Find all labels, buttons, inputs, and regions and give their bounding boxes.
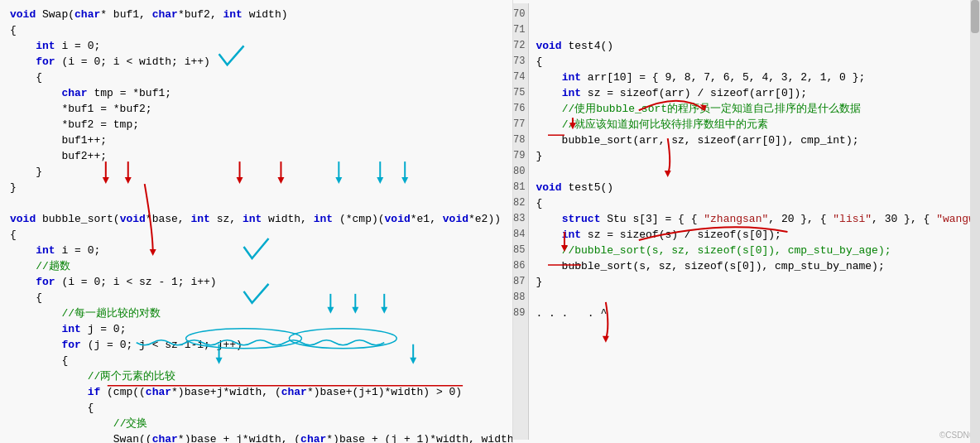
code-line: {: [10, 400, 502, 416]
code-line: bubble_sort(arr, sz, sizeof(arr[0]), cmp…: [536, 132, 980, 148]
code-line: {: [10, 353, 502, 368]
code-line: for (i = 0; i < sz - 1; i++): [10, 274, 502, 290]
code-line: }: [10, 180, 502, 195]
code-line: {: [10, 70, 502, 85]
line-num: 74: [513, 70, 528, 85]
line-num: 71: [513, 22, 528, 38]
code-line: int sz = sizeof(arr) / sizeof(arr[0]);: [536, 85, 980, 101]
line-num: 79: [513, 148, 528, 164]
code-line: }: [536, 148, 980, 164]
code-line: }: [10, 164, 502, 180]
line-num: 88: [513, 290, 528, 306]
line-num: 70: [513, 7, 528, 22]
code-line: //趟数: [10, 258, 502, 274]
right-lines-container: 70 71 72 73 74 75 76 77 78 79 80 81 82 8…: [513, 3, 980, 440]
right-code-content: void test4() { int arr[10] = { 9, 8, 7, …: [529, 3, 980, 440]
code-line: {: [536, 195, 980, 211]
line-num: 81: [513, 180, 528, 195]
line-num: 83: [513, 211, 528, 227]
line-num: 73: [513, 54, 528, 70]
left-panel: void Swap(char* buf1, char*buf2, int wid…: [0, 0, 513, 443]
code-line: buf2++;: [10, 148, 502, 164]
code-line: [536, 22, 980, 38]
code-line: . . . . ^: [536, 306, 980, 321]
line-num: 82: [513, 195, 528, 211]
right-panel: 70 71 72 73 74 75 76 77 78 79 80 81 82 8…: [513, 0, 980, 443]
code-line: int i = 0;: [10, 38, 502, 54]
line-numbers: 70 71 72 73 74 75 76 77 78 79 80 81 82 8…: [513, 3, 529, 440]
code-line: [536, 164, 980, 180]
code-line: [536, 7, 980, 22]
code-line: [10, 195, 502, 211]
code-line: {: [10, 227, 502, 243]
code-line: //每一趟比较的对数: [10, 306, 502, 321]
code-line: char tmp = *buf1;: [10, 85, 502, 101]
code-line: [536, 290, 980, 306]
line-num: 77: [513, 117, 528, 132]
left-code: void Swap(char* buf1, char*buf2, int wid…: [10, 7, 502, 443]
code-line: int j = 0;: [10, 321, 502, 337]
line-num: 72: [513, 38, 528, 54]
code-line: Swan((char*)base + j*width, (char*)base …: [10, 431, 502, 443]
line-num: 87: [513, 274, 528, 290]
code-line: //使用bubble_sort的程序员一定知道自己排序的是什么数据: [536, 101, 980, 117]
code-line: buf1++;: [10, 132, 502, 148]
scrollbar-thumb[interactable]: [971, 0, 979, 33]
line-num: 78: [513, 132, 528, 148]
code-line: //交换: [10, 416, 502, 431]
main-container: void Swap(char* buf1, char*buf2, int wid…: [0, 0, 980, 443]
code-line: bubble_sort(s, sz, sizeof(s[0]), cmp_stu…: [536, 258, 980, 274]
code-line: for (j = 0; j < sz-1-i; j++): [10, 337, 502, 353]
code-line: void test4(): [536, 38, 980, 54]
line-num: 80: [513, 164, 528, 180]
code-line: if (cmp((char*)base+j*width, (char*)base…: [10, 384, 502, 400]
code-line: {: [536, 54, 980, 70]
code-line: {: [10, 22, 502, 38]
code-line: //两个元素的比较: [10, 368, 502, 384]
line-num: 89: [513, 306, 528, 321]
code-line: void test5(): [536, 180, 980, 195]
code-line: int i = 0;: [10, 243, 502, 258]
code-line: void bubble_sort(void*base, int sz, int …: [10, 211, 502, 227]
code-line: //就应该知道如何比较待排序数组中的元素: [536, 117, 980, 132]
code-line: {: [10, 290, 502, 306]
line-num: 84: [513, 227, 528, 243]
code-line: int arr[10] = { 9, 8, 7, 6, 5, 4, 3, 2, …: [536, 70, 980, 85]
code-line: struct Stu s[3] = { { "zhangsan", 20 }, …: [536, 211, 980, 227]
line-num: 76: [513, 101, 528, 117]
code-line: int sz = sizeof(s) / sizeof(s[0]);: [536, 227, 980, 243]
line-num: 75: [513, 85, 528, 101]
code-line: void Swap(char* buf1, char*buf2, int wid…: [10, 7, 502, 22]
code-line: *buf1 = *buf2;: [10, 101, 502, 117]
line-num: 85: [513, 243, 528, 258]
code-line: for (i = 0; i < width; i++): [10, 54, 502, 70]
scrollbar[interactable]: [970, 0, 980, 443]
code-line: *buf2 = tmp;: [10, 117, 502, 132]
line-num: 86: [513, 258, 528, 274]
code-line: }: [536, 274, 980, 290]
code-line: //bubble_sort(s, sz, sizeof(s[0]), cmp_s…: [536, 243, 980, 258]
